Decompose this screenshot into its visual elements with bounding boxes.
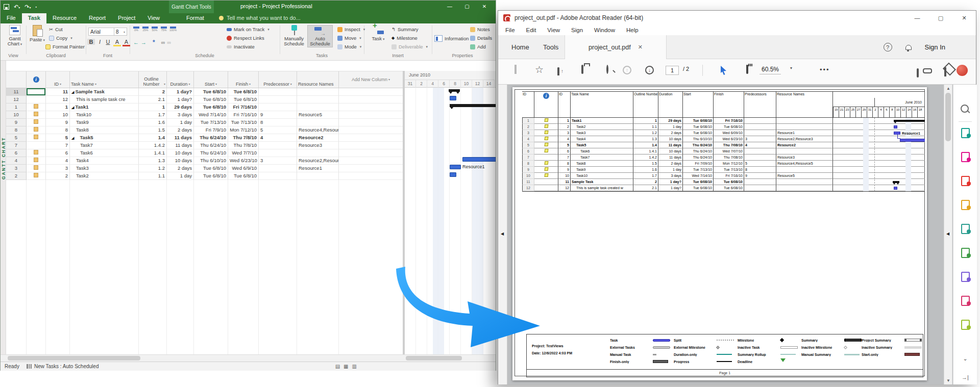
add-new-column-cell[interactable] [339,165,403,172]
finish-cell[interactable]: Tue 7/13/10 [228,119,259,126]
resource-names-cell[interactable] [297,172,339,180]
duration-cell[interactable]: 1 day [167,119,194,126]
info-cell[interactable] [27,165,46,172]
tools-pane-toggle-icon[interactable]: ◀ [946,231,949,236]
underline-button[interactable]: U [104,39,112,45]
protect-icon[interactable] [960,272,971,281]
gantt-view-icon[interactable]: ▤ [335,364,340,369]
undo-icon[interactable]: ↶▾ [14,4,20,10]
menu-item[interactable]: File [505,27,515,33]
predecessor-cell[interactable] [259,149,297,157]
organize-pages-icon[interactable] [960,248,971,257]
predecessor-cell[interactable] [259,104,297,111]
task-name-cell[interactable]: ◢Task3 [70,165,139,172]
predecessor-cell[interactable]: 9 [259,111,297,119]
nav-pane-toggle-icon[interactable]: ◀ [501,231,504,236]
add-new-column-cell[interactable] [339,96,403,104]
task-name-cell[interactable]: ◢Task7 [70,142,139,149]
close-tab-icon[interactable]: ✕ [638,44,643,50]
resource-names-header[interactable]: Resource Names [297,71,339,88]
Task4[interactable]: 4 4 ◢Task4 1.3 10 days Thu 6/10/10 Wed 6… [6,157,403,165]
inspect-button[interactable]: Inspect [337,27,365,32]
duration-cell[interactable]: 1 day? [167,88,194,96]
start-cell[interactable]: Thu 6/10/10 [194,157,228,165]
scroll-up-icon[interactable]: ▲ [946,86,950,91]
gantt-bar[interactable] [450,172,456,177]
outline-number-header[interactable]: Outline Number▾ [139,71,167,88]
task-name-cell[interactable]: ◢Sample Task [70,88,139,96]
gantt-bar[interactable] [462,157,496,162]
msp-minimize-button[interactable]: — [441,1,458,12]
info-cell[interactable] [27,119,46,126]
row-number-cell[interactable]: 7 [6,142,27,149]
Task8[interactable]: 8 8 ◢Task8 1.5 2 days Fri 7/9/10 Mon 7/1… [6,126,403,134]
cloud-upload-icon[interactable] [557,67,559,75]
menu-item[interactable]: Window [594,27,615,33]
outdent-arrow-icon[interactable]: ← [133,39,139,45]
finish-cell[interactable]: Fri 7/16/10 [228,104,259,111]
edit-pdf-icon[interactable] [960,152,971,161]
start-header[interactable]: Start▾ [194,71,228,88]
duration-cell[interactable]: 2 days [167,126,194,134]
row-number-cell[interactable]: 5 [6,134,27,142]
unlink-tasks-icon[interactable]: ∞ [167,39,172,45]
duration-cell[interactable]: 29 days [167,104,194,111]
help-icon[interactable]: ? [884,43,892,51]
font-color-button[interactable]: A [122,39,130,46]
finish-cell[interactable]: Wed 7/7/10 [228,149,259,157]
page-up-icon[interactable]: ↑ [623,66,631,74]
id-cell[interactable]: 11 [46,88,70,96]
task-name-cell[interactable]: ◢Task8 [70,126,139,134]
gantt-chart-button[interactable]: Gantt Chart [5,25,25,47]
row-number-header[interactable] [6,71,27,88]
resource-names-cell[interactable]: Resource1 [297,165,339,172]
msp-horizontal-scrollbar[interactable] [1,354,496,362]
fill-sign-icon[interactable] [960,296,971,305]
task-name-cell[interactable]: ◢Task5 [70,134,139,142]
duration-cell[interactable]: 1 day? [167,96,194,104]
link-tasks-icon[interactable]: ∞ [161,39,165,45]
tell-me-box[interactable]: Tell me what you want to do... [219,15,301,21]
page-down-icon[interactable]: ↓ [645,66,654,74]
resource-names-cell[interactable]: Resource2 [297,134,339,142]
info-cell[interactable] [27,142,46,149]
duration-cell[interactable]: 10 days [167,157,194,165]
gantt-bar[interactable]: Resource1 [450,165,461,169]
row-number-cell[interactable]: 8 [6,126,27,134]
id-cell[interactable]: 1 [46,104,70,111]
resource-names-cell[interactable]: Resource4,Resource5 [297,126,339,134]
avatar[interactable] [957,65,968,76]
info-cell[interactable] [27,111,46,119]
report-view-icon[interactable]: ▥ [352,364,357,369]
sign-in-button[interactable]: Sign In [925,43,945,51]
pdf-vertical-scrollbar[interactable]: ▲ ▼ ◀ [944,85,952,384]
tab-document[interactable]: project_out.pdf ✕ [565,35,667,59]
predecessor-cell[interactable]: 4 [259,134,297,142]
add-new-column-cell[interactable] [339,134,403,142]
Task9[interactable]: 9 9 ◢Task9 1.6 1 day Tue 7/13/10 Tue 7/1… [6,119,403,126]
finish-cell[interactable]: Fri 7/16/10 [228,111,259,119]
predecessor-cell[interactable]: 5 [259,126,297,134]
notes-button[interactable]: Notes [470,27,490,32]
bold-button[interactable]: B [87,39,95,45]
row-number-cell[interactable]: 3 [6,165,27,172]
Task7[interactable]: 7 7 ◢Task7 1.4.2 11 days Thu 6/24/10 Thu… [6,142,403,149]
add-new-column-cell[interactable] [339,88,403,96]
id-cell[interactable]: 5 [46,134,70,142]
id-cell[interactable]: 6 [46,149,70,157]
predecessor-cell[interactable] [259,88,297,96]
information-button[interactable]: Information [434,35,469,42]
finish-cell[interactable]: Tue 6/8/10 [228,96,259,104]
Task5[interactable]: 5 5 ◢Task5 1.4 11 days Thu 6/24/10 Thu 7… [6,134,403,142]
resource-names-cell[interactable] [297,119,339,126]
row-number-cell[interactable]: 6 [6,149,27,157]
resource-names-cell[interactable]: Resource2,Resource3 [297,157,339,165]
mark-on-track-button[interactable]: Mark on Track [227,27,270,32]
id-cell[interactable]: 10 [46,111,70,119]
zoom-dropdown-icon[interactable]: ▾ [790,66,792,70]
outline-number-cell[interactable]: 1.6 [139,119,167,126]
paste-button[interactable]: Paste [29,25,46,43]
pdf-maximize-button[interactable]: ▢ [929,11,952,25]
add-to-timeline-button[interactable]: Add [470,44,486,49]
add-new-column-cell[interactable] [339,172,403,180]
